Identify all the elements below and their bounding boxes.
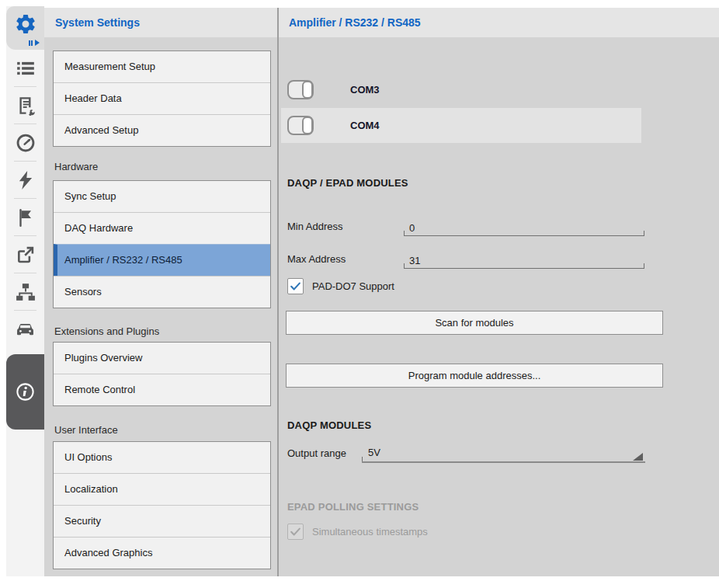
menu-item-header-data[interactable]: Header Data bbox=[54, 82, 270, 114]
group-label-user-interface: User Interface bbox=[54, 424, 118, 436]
menu-item-sync-setup[interactable]: Sync Setup bbox=[54, 181, 270, 212]
epad-polling-settings-heading: EPAD POLLING SETTINGS bbox=[287, 501, 419, 513]
setup-file-icon bbox=[16, 96, 36, 116]
sidebar-item-info[interactable] bbox=[6, 354, 44, 430]
max-address-label: Max Address bbox=[287, 253, 346, 265]
max-address-row: Max Address bbox=[287, 247, 644, 269]
menu-group-general: Measurement Setup Header Data Advanced S… bbox=[53, 50, 271, 147]
min-address-row: Min Address bbox=[287, 214, 644, 236]
group-label-extensions: Extensions and Plugins bbox=[54, 325, 159, 337]
menu-item-sensors[interactable]: Sensors bbox=[54, 276, 270, 308]
toggle-knob bbox=[302, 81, 313, 99]
menu-item-remote-control[interactable]: Remote Control bbox=[54, 374, 270, 405]
menu-item-localization[interactable]: Localization bbox=[54, 473, 270, 505]
output-range-row: Output range 5V bbox=[287, 441, 637, 463]
menu-group-extensions: Plugins Overview Remote Control bbox=[53, 342, 271, 406]
simultaneous-timestamps-checkbox bbox=[287, 524, 304, 540]
simultaneous-timestamps-row: Simultaneous timestamps bbox=[287, 524, 428, 540]
export-icon bbox=[16, 245, 36, 265]
pad-do7-checkbox[interactable] bbox=[287, 278, 304, 294]
simultaneous-timestamps-label: Simultaneous timestamps bbox=[312, 526, 428, 538]
daqp-modules-heading: DAQP MODULES bbox=[287, 419, 371, 431]
program-module-addresses-button[interactable]: Program module addresses... bbox=[286, 364, 663, 388]
info-icon bbox=[15, 381, 36, 402]
com4-row: COM4 bbox=[281, 108, 641, 143]
group-label-hardware: Hardware bbox=[54, 161, 98, 172]
sidebar-item-trigger[interactable] bbox=[6, 162, 44, 199]
min-address-field bbox=[404, 215, 644, 236]
min-address-input[interactable] bbox=[409, 222, 639, 234]
scan-for-modules-button[interactable]: Scan for modules bbox=[286, 311, 663, 335]
dropdown-arrow-icon bbox=[633, 453, 643, 461]
trigger-bolt-icon bbox=[16, 170, 36, 190]
sidebar-item-measure-gauge[interactable] bbox=[6, 124, 44, 162]
sidebar-item-network[interactable] bbox=[6, 273, 44, 311]
output-range-value: 5V bbox=[368, 447, 380, 458]
menu-item-ui-options[interactable]: UI Options bbox=[54, 442, 270, 473]
sidebar-item-flag[interactable] bbox=[6, 199, 44, 236]
settings-menu: Measurement Setup Header Data Advanced S… bbox=[44, 37, 277, 576]
min-address-label: Min Address bbox=[287, 221, 343, 232]
check-icon bbox=[289, 280, 302, 293]
settings-menu-title: System Settings bbox=[44, 8, 277, 37]
daqp-epad-modules-heading: DAQP / EPAD MODULES bbox=[287, 177, 408, 189]
menu-item-plugins-overview[interactable]: Plugins Overview bbox=[54, 343, 270, 374]
com4-label: COM4 bbox=[350, 120, 380, 131]
menu-item-amplifier-rs232-rs485[interactable]: Amplifier / RS232 / RS485 bbox=[54, 244, 270, 276]
output-range-label: Output range bbox=[287, 447, 346, 459]
toggle-knob bbox=[302, 117, 313, 134]
menu-item-security[interactable]: Security bbox=[54, 505, 270, 537]
vehicle-icon bbox=[15, 319, 36, 340]
app-window: System Settings Measurement Setup Header… bbox=[0, 0, 719, 588]
check-icon bbox=[289, 525, 302, 538]
com3-row: COM3 bbox=[281, 72, 641, 107]
mode-indicator-icon bbox=[29, 40, 40, 46]
menu-item-daq-hardware[interactable]: DAQ Hardware bbox=[54, 212, 270, 244]
settings-gear-icon bbox=[14, 12, 37, 36]
sidebar-item-vehicle[interactable] bbox=[6, 311, 44, 348]
max-address-input[interactable] bbox=[409, 255, 639, 266]
menu-item-advanced-setup[interactable]: Advanced Setup bbox=[54, 114, 270, 146]
pad-do7-checkbox-row[interactable]: PAD-DO7 Support bbox=[287, 278, 394, 294]
menu-item-advanced-graphics[interactable]: Advanced Graphics bbox=[54, 537, 270, 569]
com3-toggle[interactable] bbox=[287, 80, 314, 99]
com3-label: COM3 bbox=[350, 84, 380, 96]
max-address-field bbox=[404, 248, 644, 269]
sidebar-item-settings[interactable] bbox=[6, 6, 44, 50]
channel-list-icon bbox=[16, 58, 36, 78]
menu-group-hardware: Sync Setup DAQ Hardware Amplifier / RS23… bbox=[53, 180, 271, 308]
sidebar-item-channel-list[interactable] bbox=[6, 50, 44, 87]
menu-group-user-interface: UI Options Localization Security Advance… bbox=[53, 441, 271, 569]
com4-toggle[interactable] bbox=[287, 116, 314, 135]
sidebar bbox=[6, 6, 44, 576]
sidebar-item-setup-file[interactable] bbox=[6, 87, 44, 124]
output-range-dropdown[interactable]: 5V bbox=[362, 441, 645, 463]
menu-item-measurement-setup[interactable]: Measurement Setup bbox=[54, 51, 270, 82]
sidebar-item-export[interactable] bbox=[6, 236, 44, 273]
detail-panel: COM3 COM4 DAQP / EPAD MODULES Min Addres… bbox=[279, 37, 719, 576]
network-tree-icon bbox=[16, 282, 36, 302]
flag-icon bbox=[16, 207, 36, 228]
detail-panel-title: Amplifier / RS232 / RS485 bbox=[279, 8, 719, 37]
pad-do7-label: PAD-DO7 Support bbox=[312, 280, 394, 292]
measure-gauge-icon bbox=[16, 133, 36, 153]
